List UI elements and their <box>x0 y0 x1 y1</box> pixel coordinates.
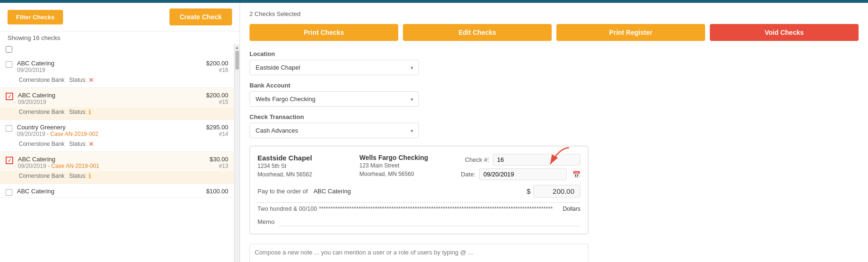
check-5-checkbox[interactable] <box>6 189 12 196</box>
check-1-checkbox[interactable] <box>6 61 12 68</box>
check-preview: Eastside Chapel 1234 5th St Moorhead, MN… <box>249 146 588 234</box>
check-amount: $100.00 <box>206 188 228 195</box>
table-row: ✓ ABC Catering 09/20/2019 - Case AN-2019… <box>0 152 234 171</box>
void-checks-button[interactable]: Void Checks <box>710 24 859 41</box>
scrollbar[interactable]: ▲ <box>234 44 240 262</box>
check-transaction-label: Check Transaction <box>249 113 859 120</box>
check-info: Country Greenery 09/20/2019 - Case AN-20… <box>17 124 206 137</box>
bank-account-select-wrapper: Wells Fargo Checking <box>249 91 419 107</box>
check-transaction-select-wrapper: Cash Advances <box>249 123 419 138</box>
table-row: Country Greenery 09/20/2019 - Case AN-20… <box>0 120 234 139</box>
check-date-input[interactable] <box>479 168 567 180</box>
note-textarea[interactable] <box>250 244 588 262</box>
note-section: Add Note <box>249 244 588 262</box>
memo-label: Memo <box>257 218 274 225</box>
check-transaction-select[interactable]: Cash Advances <box>249 123 419 138</box>
print-register-button[interactable]: Print Register <box>556 24 705 41</box>
action-buttons: Print Checks Edit Checks Print Register … <box>249 24 859 41</box>
location-section: Location Eastside Chapel <box>249 50 859 75</box>
bank-name: Wells Fargo Checking <box>360 154 452 161</box>
amount-words: Two hundred & 00/100 *******************… <box>257 206 559 212</box>
check-name: ABC Catering <box>17 188 206 195</box>
case-link[interactable]: Case AN-2019-001 <box>51 163 99 169</box>
check-number: #14 <box>206 131 228 137</box>
check-amount: $200.00 #16 <box>206 60 228 73</box>
amount-box: 200.00 <box>533 185 580 198</box>
check-info: ABC Catering <box>17 188 206 195</box>
bank-account-section: Bank Account Wells Fargo Checking <box>249 82 859 107</box>
print-checks-button[interactable]: Print Checks <box>249 24 398 41</box>
scroll-thumb[interactable] <box>235 51 239 70</box>
check-number-input[interactable] <box>493 154 580 166</box>
check-number-label: Check #: <box>465 156 489 163</box>
check-transaction-section: Check Transaction Cash Advances <box>249 113 859 138</box>
check-group-4: ✓ ABC Catering 09/20/2019 - Case AN-2019… <box>0 152 234 184</box>
check-list: ABC Catering 09/20/2019 $200.00 #16 Corn… <box>0 44 234 262</box>
check-number: #13 <box>209 163 228 169</box>
check-3-checkbox[interactable] <box>6 125 12 132</box>
check-2-checkbox[interactable]: ✓ <box>6 93 13 100</box>
bank-row: Cornerstone Bank Status: ✕ <box>0 139 234 151</box>
dollar-sign: $ <box>527 187 530 195</box>
check-amount: $30.00 #13 <box>209 156 228 169</box>
table-row: ✓ ABC Catering 09/20/2019 $200.00 #15 <box>0 88 234 107</box>
select-all-checkbox[interactable] <box>6 46 12 53</box>
check-group-1: ABC Catering 09/20/2019 $200.00 #16 Corn… <box>0 56 234 88</box>
bank-info: Wells Fargo Checking 123 Main Street Moo… <box>360 154 452 180</box>
check-number: #16 <box>206 67 228 73</box>
pay-to-row: Pay to the order of ABC Catering $ 200.0… <box>257 185 580 198</box>
location-select-wrapper: Eastside Chapel <box>249 60 419 75</box>
create-check-button[interactable]: Create Check <box>169 8 233 25</box>
check-date-row: Date: 📅 <box>452 168 580 180</box>
table-row: ABC Catering $100.00 <box>0 184 234 198</box>
bank-address-line1: 123 Main Street <box>360 162 400 169</box>
status-error-icon: ✕ <box>88 76 94 84</box>
bank-address: 123 Main Street Moorhead, MN 56560 <box>360 161 452 178</box>
check-date: 09/20/2019 - Case AN-2019-002 <box>17 131 206 137</box>
memo-row: Memo <box>257 217 580 226</box>
table-row: ABC Catering 09/20/2019 $200.00 #16 <box>0 56 234 75</box>
check-name: ABC Catering <box>17 60 206 67</box>
org-address-line1: 1234 5th St <box>257 163 286 169</box>
location-select[interactable]: Eastside Chapel <box>249 60 419 75</box>
check-name: ABC Catering <box>18 92 206 99</box>
edit-checks-button[interactable]: Edit Checks <box>403 24 552 41</box>
bank-account-label: Bank Account <box>249 82 859 89</box>
showing-count: Showing 16 checks <box>0 32 240 44</box>
check-number-row: Check #: <box>465 154 580 166</box>
status-info-icon: ℹ <box>88 108 91 116</box>
check-name: ABC Catering <box>18 156 209 163</box>
bank-account-select[interactable]: Wells Fargo Checking <box>249 91 419 107</box>
memo-input[interactable] <box>279 217 580 226</box>
check-date: 09/20/2019 <box>18 99 206 105</box>
check-date: 09/20/2019 - Case AN-2019-001 <box>18 163 209 169</box>
check-amount: $200.00 #15 <box>206 92 228 105</box>
check-number: #15 <box>206 99 228 105</box>
check-group-3: Country Greenery 09/20/2019 - Case AN-20… <box>0 120 234 152</box>
case-link[interactable]: Case AN-2019-002 <box>50 131 98 137</box>
check-group-5: ABC Catering $100.00 <box>0 184 234 198</box>
check-info: ABC Catering 09/20/2019 <box>17 60 206 73</box>
bank-row: Cornerstone Bank Status: ✕ <box>0 75 234 87</box>
check-header: Eastside Chapel 1234 5th St Moorhead, MN… <box>257 154 580 180</box>
bank-address-line2: Moorhead, MN 56560 <box>360 171 414 177</box>
filter-checks-button[interactable]: Filter Checks <box>8 10 63 24</box>
org-info: Eastside Chapel 1234 5th St Moorhead, MN… <box>257 154 350 180</box>
pay-to-label: Pay to the order of <box>257 188 308 195</box>
checks-selected-label: 2 Checks Selected <box>249 10 859 17</box>
dollars-label: Dollars <box>563 206 580 212</box>
left-panel: Filter Checks Create Check Showing 16 ch… <box>0 3 240 262</box>
org-address: 1234 5th St Moorhead, MN 56562 <box>257 162 350 179</box>
bank-row: Cornerstone Bank Status: ℹ <box>0 107 234 119</box>
amount-words-row: Two hundred & 00/100 *******************… <box>257 202 580 212</box>
right-panel: 2 Checks Selected Print Checks Edit Chec… <box>240 3 868 262</box>
bank-row: Cornerstone Bank Status: ℹ <box>0 171 234 183</box>
check-name: Country Greenery <box>17 124 206 131</box>
calendar-icon[interactable]: 📅 <box>572 171 580 178</box>
check-4-checkbox[interactable]: ✓ <box>6 157 13 164</box>
check-date-label: Date: <box>452 171 475 178</box>
status-error-icon: ✕ <box>88 140 94 148</box>
location-label: Location <box>249 50 859 57</box>
pay-amount: $ 200.00 <box>527 185 580 198</box>
org-name: Eastside Chapel <box>257 154 350 162</box>
